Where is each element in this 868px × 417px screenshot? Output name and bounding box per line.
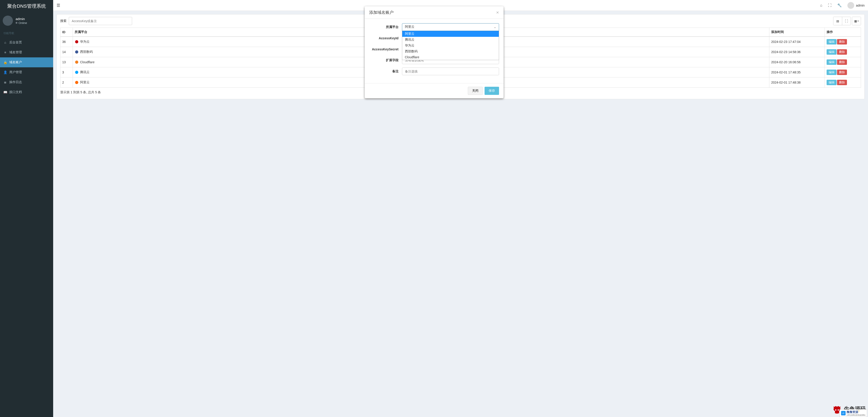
add-account-modal: 添加域名账户 × 所属平台 阿里云 ⌄ 阿里云 腾讯云 华为云 西部数码 Clo… xyxy=(365,6,503,98)
dropdown-option[interactable]: 腾讯云 xyxy=(402,37,499,43)
remark-input[interactable] xyxy=(402,68,499,75)
chevron-down-icon: ⌄ xyxy=(494,26,496,29)
dropdown-option[interactable]: 西部数码 xyxy=(402,48,499,55)
access-key-id-label: AccessKeyId xyxy=(369,36,402,40)
platform-label: 所属平台 xyxy=(369,25,402,29)
save-button[interactable]: 保存 xyxy=(485,87,499,95)
svg-point-6 xyxy=(838,409,839,411)
close-button[interactable]: 关闭 xyxy=(468,87,483,95)
platform-dropdown: 阿里云 腾讯云 华为云 西部数码 Cloudflare xyxy=(402,31,499,60)
dropdown-option[interactable]: Cloudflare xyxy=(402,55,499,60)
code-icon: ‹/› xyxy=(841,411,846,415)
dropdown-option[interactable]: 华为云 xyxy=(402,43,499,48)
ext-label: 扩展字段 xyxy=(369,58,402,62)
access-key-secret-label: AccessKeySecret xyxy=(369,47,402,51)
modal-title: 添加域名账户 xyxy=(369,10,394,15)
platform-select[interactable]: 阿里云 ⌄ xyxy=(402,23,499,31)
dropdown-option[interactable]: 阿里云 xyxy=(402,31,499,37)
watermark-luluzy: ‹/› 撸撸资源® 分享互联网优质资源的网站 xyxy=(839,409,867,417)
remark-label: 备注 xyxy=(369,69,402,73)
close-icon[interactable]: × xyxy=(496,10,499,15)
svg-point-5 xyxy=(835,409,837,411)
